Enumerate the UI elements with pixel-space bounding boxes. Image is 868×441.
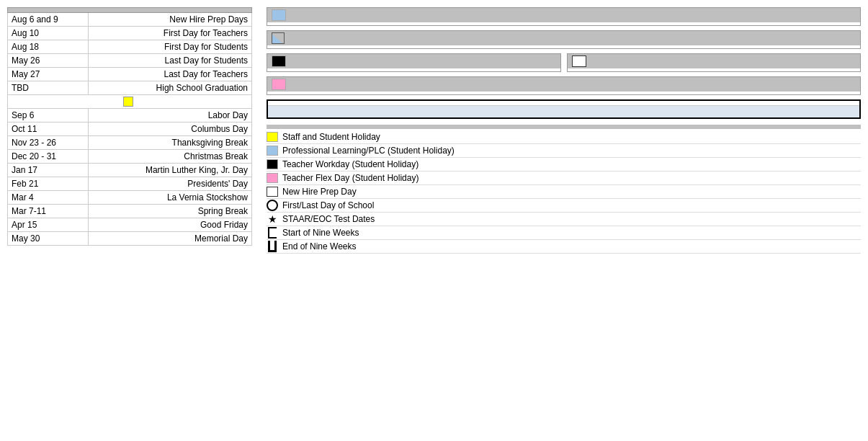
event-cell: Spring Break (89, 205, 252, 218)
event-cell: New Hire Prep Days (89, 13, 252, 27)
black-box (272, 55, 286, 67)
event-cell: Thanksgiving Break (89, 136, 252, 150)
date-cell: Aug 10 (8, 27, 89, 40)
date-cell: May 27 (8, 68, 89, 81)
left-panel: Aug 6 and 9New Hire Prep DaysAug 10First… (7, 7, 252, 434)
symbols-header (267, 125, 861, 129)
event-cell: La Vernia Stockshow (89, 191, 252, 205)
event-cell: Last Day for Teachers (89, 68, 252, 81)
legend4-header (568, 54, 861, 68)
star-symbol: ★ (268, 214, 277, 224)
date-cell: Oct 11 (8, 122, 89, 136)
symbol-icon: ★ (267, 213, 278, 225)
symbol-label: Staff and Student Holiday (282, 132, 380, 142)
table-row: Aug 18First Day for Students (8, 40, 252, 54)
date-cell: Sep 6 (8, 109, 89, 122)
table-row: Mar 7-11Spring Break (8, 205, 252, 218)
symbol-row: End of Nine Weeks (267, 240, 861, 254)
date-cell: May 26 (8, 54, 89, 68)
symbol-label: Teacher Workday (Student Holiday) (282, 159, 419, 169)
date-cell: Apr 15 (8, 218, 89, 232)
event-cell: Good Friday (89, 218, 252, 232)
event-cell: Last Day for Students (89, 54, 252, 68)
table-row: Mar 4La Vernia Stockshow (8, 191, 252, 205)
legend4-dates (568, 68, 861, 71)
date-cell: Aug 6 and 9 (8, 13, 89, 27)
event-cell: Labor Day (89, 109, 252, 122)
legend2-block (267, 30, 861, 49)
table-row: TBDHigh School Graduation (8, 81, 252, 95)
symbol-label: End of Nine Weeks (282, 241, 357, 251)
table-row: Sep 6Labor Day (8, 109, 252, 122)
bracket-left-symbol (268, 227, 277, 239)
table-row: May 27Last Day for Teachers (8, 68, 252, 81)
symbol-icon (267, 200, 278, 211)
symbol-icon (267, 241, 278, 252)
symbol-icon (267, 145, 278, 156)
event-cell: Presidents' Day (89, 177, 252, 191)
table-row: Nov 23 - 26Thanksgiving Break (8, 136, 252, 150)
symbol-icon (267, 172, 278, 184)
yellow-symbol (267, 132, 278, 142)
legend4-block (567, 53, 862, 72)
symbols-list: Staff and Student Holiday Professional L… (267, 130, 861, 254)
symbol-icon (267, 227, 278, 239)
black-symbol (267, 159, 278, 169)
symbol-row: Teacher Flex Day (Student Holiday) (267, 172, 861, 185)
legend5-header (267, 77, 860, 92)
symbol-row: ★ STAAR/EOC Test Dates (267, 213, 861, 226)
pink-box (272, 79, 286, 90)
important-dates-table: Aug 6 and 9New Hire Prep DaysAug 10First… (7, 7, 252, 246)
legend2-dates (267, 45, 860, 48)
legend2-header (267, 31, 860, 45)
diagonal-icon (272, 32, 285, 44)
table-row: May 30Memorial Day (8, 232, 252, 246)
symbol-label: Start of Nine Weeks (282, 228, 359, 238)
event-cell: Memorial Day (89, 232, 252, 246)
event-cell: First Day for Students (89, 40, 252, 54)
event-cell: First Day for Teachers (89, 27, 252, 40)
table-title (8, 8, 252, 13)
legend1-block (267, 7, 861, 26)
white-box (572, 55, 586, 67)
legend5-block (267, 76, 861, 95)
symbol-icon (267, 186, 278, 197)
symbol-row: First/Last Day of School (267, 199, 861, 213)
legend3-block (267, 53, 561, 72)
total-minutes-grid (268, 106, 859, 117)
date-cell: TBD (8, 81, 89, 95)
date-cell: Feb 21 (8, 177, 89, 191)
legend3-dates (267, 68, 560, 71)
symbol-label: First/Last Day of School (282, 200, 374, 210)
legend1-header (267, 8, 860, 22)
yellow-icon (123, 97, 133, 107)
date-cell: Mar 7-11 (8, 205, 89, 218)
symbol-icon (267, 159, 278, 170)
bracket-right-symbol (268, 241, 277, 252)
event-cell: Columbus Day (89, 122, 252, 136)
symbol-row: Teacher Workday (Student Holiday) (267, 158, 861, 172)
symbol-label: STAAR/EOC Test Dates (282, 214, 375, 224)
event-cell: Christmas Break (89, 150, 252, 164)
table-row: Jan 17Martin Luther King, Jr. Day (8, 164, 252, 177)
legend1-dates (267, 22, 860, 25)
date-cell: May 30 (8, 232, 89, 246)
total-minutes-box (267, 99, 861, 119)
event-cell: High School Graduation (89, 81, 252, 95)
table-row: Apr 15Good Friday (8, 218, 252, 232)
event-cell: Martin Luther King, Jr. Day (89, 164, 252, 177)
symbol-label: Professional Learning/PLC (Student Holid… (282, 146, 455, 156)
table-row: Feb 21Presidents' Day (8, 177, 252, 191)
date-cell: Dec 20 - 31 (8, 150, 89, 164)
circle-symbol (267, 200, 278, 211)
symbol-row: Start of Nine Weeks (267, 226, 861, 240)
table-row: Dec 20 - 31Christmas Break (8, 150, 252, 164)
date-cell: Nov 23 - 26 (8, 136, 89, 150)
table-row: Aug 10First Day for Teachers (8, 27, 252, 40)
date-cell: Aug 18 (8, 40, 89, 54)
table-row: Oct 11Columbus Day (8, 122, 252, 136)
symbol-icon (267, 131, 278, 143)
light-blue-symbol (267, 146, 278, 156)
symbol-row: Staff and Student Holiday (267, 130, 861, 144)
pink-symbol (267, 173, 278, 183)
